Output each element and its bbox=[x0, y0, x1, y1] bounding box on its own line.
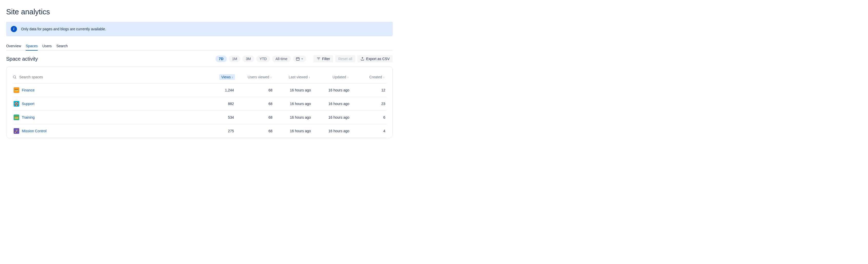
col-last-viewed[interactable]: Last viewed ↓ bbox=[273, 71, 312, 84]
cell-created: 12 bbox=[350, 84, 386, 97]
cell-created: 23 bbox=[350, 97, 386, 111]
col-views-label: Views bbox=[221, 75, 230, 79]
cell-last: 16 hours ago bbox=[273, 124, 312, 138]
cell-created: 6 bbox=[350, 111, 386, 124]
space-link[interactable]: Training bbox=[22, 115, 35, 119]
cell-last: 16 hours ago bbox=[273, 84, 312, 97]
filter-button[interactable]: Filter bbox=[313, 55, 333, 62]
sort-down-icon: ↓ bbox=[270, 76, 272, 79]
cell-users: 68 bbox=[235, 97, 273, 111]
sort-down-icon: ↓ bbox=[347, 76, 349, 79]
range-alltime[interactable]: All-time bbox=[272, 56, 291, 62]
col-last-label: Last viewed bbox=[289, 75, 308, 79]
table-row: 🛟 Support 882 68 16 hours ago 16 hours a… bbox=[12, 97, 386, 111]
cell-views: 534 bbox=[204, 111, 235, 124]
col-users-label: Users viewed bbox=[248, 75, 269, 79]
col-updated-label: Updated bbox=[333, 75, 346, 79]
cell-users: 68 bbox=[235, 124, 273, 138]
table-row: 💳 Finance 1,244 68 16 hours ago 16 hours… bbox=[12, 84, 386, 97]
reset-button[interactable]: Reset all bbox=[335, 55, 355, 62]
export-button[interactable]: Export as CSV bbox=[357, 55, 393, 62]
info-icon: i bbox=[11, 26, 17, 32]
search-icon bbox=[12, 75, 17, 79]
search-input[interactable] bbox=[19, 75, 70, 79]
col-created-label: Created bbox=[369, 75, 382, 79]
page-title: Site analytics bbox=[6, 8, 393, 16]
sort-down-icon: ↓ bbox=[232, 76, 234, 79]
col-created[interactable]: Created ↓ bbox=[350, 71, 386, 84]
table-row: 🚀 Mission Control 275 68 16 hours ago 16… bbox=[12, 124, 386, 138]
tab-spaces[interactable]: Spaces bbox=[26, 44, 38, 51]
cell-users: 68 bbox=[235, 84, 273, 97]
range-3m[interactable]: 3M bbox=[242, 56, 254, 62]
tab-overview[interactable]: Overview bbox=[6, 44, 21, 51]
cell-updated: 16 hours ago bbox=[312, 97, 350, 111]
col-updated[interactable]: Updated ↓ bbox=[312, 71, 350, 84]
date-picker[interactable] bbox=[293, 56, 306, 62]
filter-label: Filter bbox=[322, 57, 330, 61]
cell-updated: 16 hours ago bbox=[312, 84, 350, 97]
space-link[interactable]: Support bbox=[22, 102, 34, 106]
space-link[interactable]: Mission Control bbox=[22, 129, 46, 133]
search-wrap bbox=[12, 74, 204, 81]
cell-views: 882 bbox=[204, 97, 235, 111]
calendar-icon bbox=[296, 57, 300, 61]
filter-icon bbox=[316, 57, 321, 61]
space-icon: 🛟 bbox=[13, 101, 19, 107]
space-link[interactable]: Finance bbox=[22, 88, 35, 92]
info-banner-text: Only data for pages and blogs are curren… bbox=[21, 27, 106, 31]
range-7d[interactable]: 7D bbox=[215, 56, 227, 62]
controls: 7D 1M 3M YTD All-time Filter Re bbox=[215, 55, 393, 62]
svg-point-1 bbox=[13, 76, 16, 78]
space-icon: 💳 bbox=[13, 87, 19, 93]
space-icon: 💳 bbox=[13, 115, 19, 120]
space-icon: 🚀 bbox=[13, 128, 19, 134]
cell-created: 4 bbox=[350, 124, 386, 138]
activity-card: Views ↓ Users viewed ↓ Last viewed bbox=[6, 66, 393, 138]
cell-users: 68 bbox=[235, 111, 273, 124]
cell-last: 16 hours ago bbox=[273, 97, 312, 111]
cell-views: 1,244 bbox=[204, 84, 235, 97]
export-icon bbox=[361, 57, 365, 61]
range-1m[interactable]: 1M bbox=[229, 56, 240, 62]
tab-search[interactable]: Search bbox=[56, 44, 68, 51]
cell-updated: 16 hours ago bbox=[312, 124, 350, 138]
cell-views: 275 bbox=[204, 124, 235, 138]
cell-updated: 16 hours ago bbox=[312, 111, 350, 124]
section-title: Space activity bbox=[6, 56, 38, 62]
sort-down-icon: ↓ bbox=[383, 76, 385, 79]
table-row: 💳 Training 534 68 16 hours ago 16 hours … bbox=[12, 111, 386, 124]
col-views[interactable]: Views ↓ bbox=[204, 71, 235, 84]
tab-users[interactable]: Users bbox=[42, 44, 52, 51]
info-banner: i Only data for pages and blogs are curr… bbox=[6, 22, 393, 36]
export-label: Export as CSV bbox=[366, 57, 390, 61]
chevron-down-icon bbox=[301, 58, 304, 60]
range-ytd[interactable]: YTD bbox=[256, 56, 270, 62]
sort-down-icon: ↓ bbox=[309, 76, 310, 79]
space-table: Views ↓ Users viewed ↓ Last viewed bbox=[12, 71, 386, 138]
svg-rect-0 bbox=[296, 58, 299, 60]
reset-label: Reset all bbox=[338, 57, 352, 61]
tabs: Overview Spaces Users Search bbox=[6, 44, 393, 51]
col-users-viewed[interactable]: Users viewed ↓ bbox=[235, 71, 273, 84]
cell-last: 16 hours ago bbox=[273, 111, 312, 124]
